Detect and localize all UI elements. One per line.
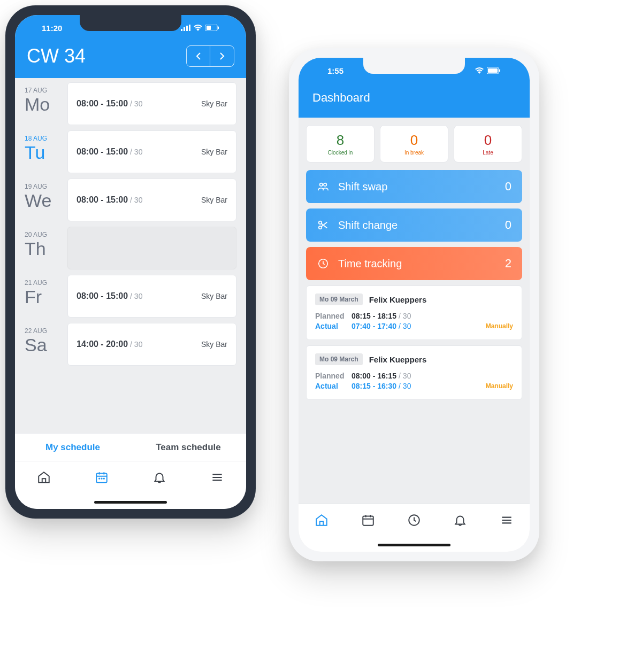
shift-time: 08:00 - 15:00 [77, 147, 128, 156]
svg-rect-1 [184, 27, 185, 31]
shift-location: Sky Bar [201, 99, 227, 108]
shift-card[interactable]: 14:00 - 20:00/ 30Sky Bar [67, 323, 236, 366]
chevron-left-icon [196, 52, 201, 60]
nav-time[interactable] [407, 513, 422, 528]
svg-rect-3 [189, 25, 190, 31]
action-card[interactable]: Shift swap0 [306, 170, 522, 203]
schedule-list[interactable]: 17 AUGMo08:00 - 15:00/ 30Sky Bar18 AUGTu… [15, 78, 246, 433]
action-card[interactable]: Time tracking2 [306, 247, 522, 280]
notch [80, 15, 181, 31]
entry-tag: Manually [486, 382, 513, 390]
action-card[interactable]: Shift change0 [306, 208, 522, 242]
actual-label: Actual [315, 322, 352, 330]
tab-team-schedule[interactable]: Team schedule [131, 434, 246, 461]
phone-dashboard: 1:55 Dashboard 8Clocked in0In break0Late… [289, 48, 539, 561]
svg-rect-6 [218, 27, 219, 29]
nav-home[interactable] [36, 470, 51, 485]
svg-point-21 [324, 183, 327, 187]
shift-card[interactable]: 08:00 - 15:00/ 30Sky Bar [67, 130, 236, 173]
day-label: 19 AUGWe [25, 179, 61, 221]
action-count: 0 [505, 218, 511, 232]
nav-calendar[interactable] [94, 470, 109, 485]
notch [363, 58, 465, 74]
entry-tag: Manually [486, 322, 513, 330]
nav-home[interactable] [314, 513, 329, 528]
stat-card[interactable]: 0Late [454, 125, 522, 163]
shift-card[interactable]: 08:00 - 15:00/ 30Sky Bar [67, 275, 236, 318]
clock-icon [407, 513, 421, 527]
svg-rect-2 [186, 26, 188, 31]
next-week-button[interactable] [210, 46, 234, 66]
shift-card[interactable]: 08:00 - 15:00/ 30Sky Bar [67, 82, 236, 125]
shift-time: 08:00 - 15:00 [77, 195, 128, 204]
time-entry-card[interactable]: Mo 09 March Felix Kueppers Planned 08:15… [306, 285, 522, 340]
chevron-right-icon [219, 52, 225, 60]
status-time: 1:55 [327, 66, 343, 75]
status-icons [181, 25, 219, 31]
nav-menu[interactable] [210, 470, 225, 485]
phone-schedule: 11:20 CW 34 [5, 5, 256, 519]
shift-card[interactable]: 08:00 - 15:00/ 30Sky Bar [67, 179, 236, 221]
time-entry-card[interactable]: Mo 09 March Felix Kueppers Planned 08:00… [306, 345, 522, 400]
wifi-icon [475, 67, 484, 74]
entry-date: Mo 09 March [315, 353, 363, 365]
bottom-nav [299, 504, 530, 552]
nav-notifications[interactable] [453, 513, 468, 528]
svg-rect-27 [363, 516, 373, 525]
stat-label: Clocked in [309, 150, 372, 156]
svg-rect-5 [207, 26, 211, 30]
actual-duration: / 30 [399, 382, 411, 390]
day-label: 18 AUGTu [25, 130, 61, 173]
action-label: Shift change [338, 219, 505, 231]
calendar-icon [361, 513, 375, 527]
dashboard-body[interactable]: 8Clocked in0In break0Late Shift swap0Shi… [299, 118, 530, 504]
nav-menu[interactable] [499, 513, 514, 528]
home-icon [315, 513, 329, 527]
planned-label: Planned [315, 312, 352, 320]
shift-time: 14:00 - 20:00 [77, 339, 128, 349]
stat-number: 0 [383, 132, 446, 149]
entry-date: Mo 09 March [315, 293, 363, 305]
shift-duration: / 30 [130, 292, 142, 300]
day-row: 17 AUGMo08:00 - 15:00/ 30Sky Bar [25, 82, 236, 125]
day-abbr: Fr [25, 287, 61, 307]
day-label: 22 AUGSa [25, 323, 61, 366]
stat-card[interactable]: 8Clocked in [306, 125, 375, 163]
prev-week-button[interactable] [187, 46, 210, 66]
day-row: 22 AUGSa14:00 - 20:00/ 30Sky Bar [25, 323, 236, 366]
day-row: 19 AUGWe08:00 - 15:00/ 30Sky Bar [25, 179, 236, 221]
day-date: 17 AUG [25, 87, 61, 94]
day-date: 21 AUG [25, 279, 61, 287]
action-label: Shift swap [338, 181, 505, 193]
svg-rect-0 [181, 29, 182, 31]
nav-notifications[interactable] [152, 470, 167, 485]
day-label: 17 AUGMo [25, 82, 61, 125]
shift-duration: / 30 [130, 340, 142, 349]
bottom-nav [15, 461, 246, 509]
shift-time: 08:00 - 15:00 [77, 291, 128, 300]
day-row: 18 AUGTu08:00 - 15:00/ 30Sky Bar [25, 130, 236, 173]
svg-rect-18 [488, 68, 498, 73]
actual-time: 08:15 - 16:30 [352, 382, 396, 390]
day-date: 22 AUG [25, 327, 61, 335]
svg-point-11 [99, 478, 100, 479]
day-abbr: Mo [25, 94, 61, 115]
planned-duration: / 30 [399, 312, 411, 320]
shift-card[interactable] [67, 227, 236, 269]
menu-icon [210, 470, 224, 484]
tab-my-schedule[interactable]: My schedule [15, 434, 131, 461]
shift-location: Sky Bar [201, 196, 227, 204]
shift-duration: / 30 [130, 196, 142, 204]
shift-location: Sky Bar [201, 292, 227, 300]
status-time: 11:20 [42, 24, 62, 33]
stat-number: 8 [309, 132, 372, 149]
time-entries: Mo 09 March Felix Kueppers Planned 08:15… [306, 285, 522, 400]
stat-card[interactable]: 0In break [380, 125, 448, 163]
bell-icon [453, 513, 467, 527]
shift-duration: / 30 [130, 99, 142, 108]
signal-icon [181, 25, 190, 31]
home-indicator [378, 544, 450, 546]
day-label: 20 AUGTh [25, 227, 61, 269]
shift-time: 08:00 - 15:00 [77, 99, 128, 108]
nav-calendar[interactable] [361, 513, 376, 528]
